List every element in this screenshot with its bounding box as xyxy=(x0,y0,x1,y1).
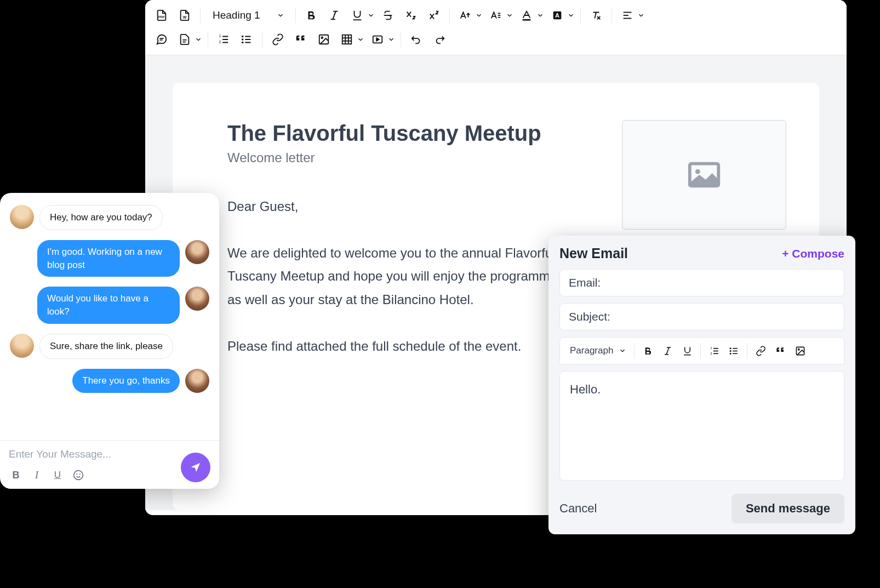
heading-dropdown[interactable]: Heading 1 xyxy=(205,4,291,26)
email-subject-field[interactable]: Subject: xyxy=(559,303,844,330)
email-subject-label: Subject: xyxy=(569,310,610,323)
doc-paragraph-2: Please find attached the full schedule o… xyxy=(227,335,567,358)
chevron-down-icon xyxy=(277,12,284,19)
paragraph-dropdown-label: Paragraph xyxy=(570,345,613,356)
paragraph-dropdown[interactable]: Paragraph xyxy=(564,341,631,361)
template-chevron[interactable] xyxy=(193,28,203,50)
toolbar-separator xyxy=(200,8,201,23)
toolbar-separator xyxy=(401,32,401,47)
font-size-icon[interactable] xyxy=(454,4,476,26)
doc-paragraph-1: We are delighted to welcome you to the a… xyxy=(227,242,567,312)
highlight-chevron[interactable] xyxy=(566,4,576,26)
email-toolbar: Paragraph 12 xyxy=(559,337,844,364)
italic-icon[interactable] xyxy=(658,341,677,361)
email-title: New Email xyxy=(559,246,628,261)
cancel-button[interactable]: Cancel xyxy=(559,501,597,516)
bullet-list-icon[interactable] xyxy=(236,28,258,50)
numbered-list-icon[interactable]: 12 xyxy=(213,28,235,50)
numbered-list-icon[interactable]: 12 xyxy=(704,341,724,361)
toolbar-separator xyxy=(262,32,262,47)
underline-icon[interactable]: U xyxy=(50,468,65,482)
image-icon[interactable] xyxy=(313,28,335,50)
compose-button[interactable]: + Compose xyxy=(782,247,844,260)
strikethrough-icon[interactable] xyxy=(377,4,399,26)
italic-icon[interactable] xyxy=(323,4,345,26)
email-header: New Email + Compose xyxy=(559,246,844,261)
svg-point-57 xyxy=(730,347,731,349)
link-icon[interactable] xyxy=(267,28,289,50)
export-word-icon[interactable]: W xyxy=(174,4,196,26)
comment-icon[interactable] xyxy=(151,28,173,50)
send-icon xyxy=(190,461,202,473)
media-chevron[interactable] xyxy=(386,28,396,50)
toolbar-separator xyxy=(747,343,747,358)
toolbar-row-1: PDF W Heading 1 A xyxy=(151,3,841,27)
redo-icon[interactable] xyxy=(428,28,450,50)
bold-icon[interactable] xyxy=(638,341,658,361)
document-body[interactable]: Dear Guest, We are delighted to welcome … xyxy=(227,195,567,358)
email-to-label: Email: xyxy=(569,276,601,289)
align-icon[interactable] xyxy=(616,4,638,26)
message-bubble: I'm good. Working on a new blog post xyxy=(37,240,180,277)
message-row: I'm good. Working on a new blog post xyxy=(10,240,209,277)
message-bubble: There you go, thanks xyxy=(72,369,180,393)
font-size-chevron[interactable] xyxy=(474,4,484,26)
quote-icon[interactable] xyxy=(770,341,790,361)
email-body-editor[interactable]: Hello. xyxy=(559,371,844,481)
chevron-down-icon xyxy=(619,347,626,355)
underline-chevron[interactable] xyxy=(366,4,376,26)
image-placeholder[interactable] xyxy=(622,120,786,230)
underline-icon[interactable] xyxy=(677,341,697,361)
bold-icon[interactable] xyxy=(300,4,322,26)
chat-message-list: Hey, how are you today? I'm good. Workin… xyxy=(0,193,219,440)
emoji-icon[interactable] xyxy=(71,468,85,482)
chat-input[interactable] xyxy=(9,448,210,460)
italic-icon[interactable]: I xyxy=(30,468,44,482)
chat-widget: Hey, how are you today? I'm good. Workin… xyxy=(0,193,219,489)
message-row: Would you like to have a look? xyxy=(10,287,209,324)
subscript-icon[interactable] xyxy=(400,4,422,26)
superscript-icon[interactable] xyxy=(423,4,445,26)
email-to-field[interactable]: Email: xyxy=(559,269,844,296)
svg-point-59 xyxy=(730,353,731,354)
send-message-button[interactable]: Send message xyxy=(732,494,844,523)
svg-point-42 xyxy=(74,471,83,480)
toolbar-separator xyxy=(580,8,581,23)
table-icon[interactable] xyxy=(336,28,358,50)
send-button[interactable] xyxy=(181,453,210,482)
toolbar-separator xyxy=(449,8,450,23)
message-bubble: Sure, share the link, please xyxy=(39,334,173,359)
bullet-list-icon[interactable] xyxy=(724,341,744,361)
svg-text:2: 2 xyxy=(710,351,712,355)
email-body-text: Hello. xyxy=(570,383,834,397)
font-family-icon[interactable] xyxy=(485,4,507,26)
media-icon[interactable] xyxy=(367,28,388,50)
bold-icon[interactable]: B xyxy=(9,468,23,482)
quote-icon[interactable] xyxy=(290,28,312,50)
avatar xyxy=(185,369,209,393)
font-color-chevron[interactable] xyxy=(535,4,545,26)
font-color-icon[interactable] xyxy=(516,4,538,26)
svg-line-2 xyxy=(333,12,336,20)
avatar xyxy=(10,334,34,358)
toolbar-row-2: 12 xyxy=(151,27,841,52)
image-icon[interactable] xyxy=(790,341,810,361)
heading-dropdown-label: Heading 1 xyxy=(213,9,260,21)
svg-point-32 xyxy=(321,37,323,38)
highlight-icon[interactable]: A xyxy=(546,4,568,26)
email-compose-panel: New Email + Compose Email: Subject: Para… xyxy=(548,236,855,534)
template-icon[interactable] xyxy=(174,28,196,50)
underline-icon[interactable] xyxy=(346,4,368,26)
chat-format-row: B I U xyxy=(9,468,210,482)
table-chevron[interactable] xyxy=(356,28,365,50)
undo-icon[interactable] xyxy=(405,28,427,50)
font-family-chevron[interactable] xyxy=(505,4,515,26)
editor-toolbar: PDF W Heading 1 A xyxy=(145,0,847,55)
toolbar-separator xyxy=(634,343,635,358)
link-icon[interactable] xyxy=(751,341,770,361)
clear-formatting-icon[interactable] xyxy=(585,4,607,26)
export-pdf-icon[interactable]: PDF xyxy=(151,4,173,26)
align-chevron[interactable] xyxy=(636,4,646,26)
svg-point-28 xyxy=(242,36,243,37)
svg-point-44 xyxy=(79,473,81,475)
